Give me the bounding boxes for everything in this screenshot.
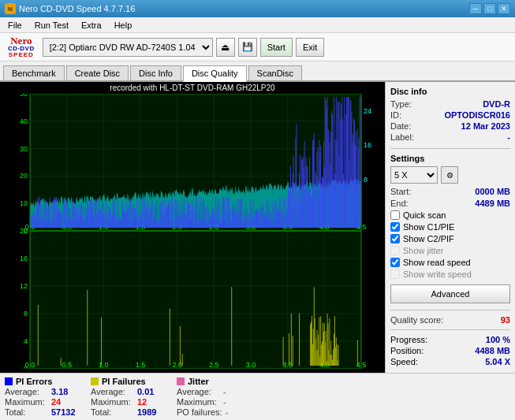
position-value: 4488 MB <box>475 346 510 355</box>
type-label: Type: <box>390 99 412 109</box>
settings-section: Settings 5 X ⚙ Start: 0000 MB End: 4489 … <box>390 154 510 303</box>
pi-failures-color <box>91 377 99 385</box>
right-panel: Disc info Type: DVD-R ID: OPTODISCR016 D… <box>385 82 515 373</box>
pi-errors-total-label: Total: <box>5 407 48 417</box>
tab-scan-disc[interactable]: ScanDisc <box>248 65 302 80</box>
app-title: Nero CD-DVD Speed 4.7.7.16 <box>19 4 135 13</box>
pi-failures-total-value: 1989 <box>137 407 169 417</box>
settings-title: Settings <box>390 154 510 163</box>
quality-score-value: 93 <box>501 315 510 325</box>
speed-row: Speed: 5.04 X <box>390 357 510 366</box>
tab-disc-info[interactable]: Disc Info <box>130 65 181 80</box>
jitter-po-label: PO failures: <box>177 407 222 417</box>
disc-info-title: Disc info <box>390 87 510 96</box>
show-c1pie-row: Show C1/PIE <box>390 222 510 232</box>
chart-canvas <box>0 94 385 369</box>
speed-select[interactable]: 5 X <box>390 166 438 184</box>
end-value: 4489 MB <box>475 199 510 208</box>
pi-errors-avg-value: 3.18 <box>51 387 83 396</box>
speed-value: 5.04 X <box>485 357 510 366</box>
show-c1pie-label[interactable]: Show C1/PIE <box>403 222 454 232</box>
show-c1pie-checkbox[interactable] <box>390 222 400 232</box>
pi-errors-avg-label: Average: <box>5 387 48 396</box>
stats-footer: PI Errors Average: 3.18 Maximum: 24 Tota… <box>0 373 515 420</box>
pi-errors-max-value: 24 <box>51 397 83 407</box>
chart-area: recorded with HL-DT-ST DVD-RAM GH22LP20 <box>0 82 385 373</box>
pi-errors-max-label: Maximum: <box>5 397 48 407</box>
divider-1 <box>390 148 510 149</box>
save-button[interactable]: 💾 <box>238 38 257 57</box>
jitter-po-value: - <box>225 407 256 417</box>
quick-scan-label[interactable]: Quick scan <box>403 210 446 220</box>
show-read-speed-checkbox[interactable] <box>390 258 400 267</box>
id-value: OPTODISCR016 <box>444 110 510 120</box>
pi-errors-header: PI Errors <box>16 377 52 386</box>
settings-icon-button[interactable]: ⚙ <box>441 166 458 184</box>
jitter-group: Jitter Average: - Maximum: - PO failures… <box>177 377 256 417</box>
start-label: Start: <box>390 187 411 196</box>
tab-create-disc[interactable]: Create Disc <box>66 65 129 80</box>
eject-button[interactable]: ⏏ <box>216 38 235 57</box>
app-icon: N <box>5 3 16 14</box>
pi-failures-avg-label: Average: <box>91 387 134 396</box>
pi-errors-group: PI Errors Average: 3.18 Maximum: 24 Tota… <box>5 377 83 417</box>
menu-run-test[interactable]: Run Test <box>28 19 75 32</box>
menu-help[interactable]: Help <box>108 19 139 32</box>
minimize-button[interactable]: ─ <box>469 3 482 14</box>
toolbar: Nero CD·DVD SPEED [2:2] Optiarc DVD RW A… <box>0 33 515 61</box>
show-write-speed-label[interactable]: Show write speed <box>403 269 472 279</box>
pi-failures-max-value: 12 <box>137 397 169 407</box>
menu-file[interactable]: File <box>2 19 28 32</box>
show-jitter-row: Show jitter <box>390 246 510 255</box>
drive-select[interactable]: [2:2] Optiarc DVD RW AD-7240S 1.04 <box>43 38 213 57</box>
jitter-max-label: Maximum: <box>177 397 220 407</box>
quick-scan-checkbox[interactable] <box>390 210 400 220</box>
show-read-speed-row: Show read speed <box>390 258 510 267</box>
quality-score-row: Quality score: 93 <box>390 315 510 325</box>
show-c2pif-label[interactable]: Show C2/PIF <box>403 234 454 243</box>
chart-title: recorded with HL-DT-ST DVD-RAM GH22LP20 <box>0 82 385 94</box>
jitter-header: Jitter <box>188 377 209 386</box>
tab-disc-quality[interactable]: Disc Quality <box>183 65 247 82</box>
quick-scan-row: Quick scan <box>390 210 510 220</box>
show-write-speed-row: Show write speed <box>390 269 510 279</box>
pi-failures-group: PI Failures Average: 0.01 Maximum: 12 To… <box>91 377 169 417</box>
jitter-max-value: - <box>223 397 255 407</box>
app-logo: Nero CD·DVD SPEED <box>3 35 39 58</box>
show-c2pif-row: Show C2/PIF <box>390 234 510 243</box>
show-jitter-label[interactable]: Show jitter <box>403 246 443 255</box>
exit-button[interactable]: Exit <box>296 38 324 57</box>
progress-value: 100 % <box>486 335 510 344</box>
close-button[interactable]: ✕ <box>498 3 510 14</box>
advanced-button[interactable]: Advanced <box>390 284 510 303</box>
divider-2 <box>390 310 510 310</box>
jitter-color <box>177 377 185 385</box>
pi-errors-color <box>5 377 13 385</box>
menu-extra[interactable]: Extra <box>75 19 108 32</box>
pi-failures-avg-value: 0.01 <box>137 387 169 396</box>
type-value: DVD-R <box>483 99 510 109</box>
pi-failures-header: PI Failures <box>102 377 146 386</box>
end-label: End: <box>390 199 409 208</box>
speed-label: Speed: <box>390 357 418 366</box>
show-read-speed-label[interactable]: Show read speed <box>403 258 471 267</box>
date-value: 12 Mar 2023 <box>461 121 510 131</box>
jitter-avg-value: - <box>223 387 255 396</box>
pi-failures-total-label: Total: <box>91 407 134 417</box>
maximize-button[interactable]: □ <box>483 3 496 14</box>
disc-label-value: - <box>507 132 510 142</box>
progress-label: Progress: <box>390 335 427 344</box>
show-jitter-checkbox[interactable] <box>390 246 400 255</box>
show-write-speed-checkbox[interactable] <box>390 269 400 279</box>
tab-benchmark[interactable]: Benchmark <box>3 65 65 80</box>
start-button[interactable]: Start <box>260 38 293 57</box>
menu-bar: File Run Test Extra Help <box>0 17 515 33</box>
tab-bar: Benchmark Create Disc Disc Info Disc Qua… <box>0 61 515 82</box>
pi-failures-max-label: Maximum: <box>91 397 134 407</box>
disc-label-label: Label: <box>390 132 414 142</box>
date-label: Date: <box>390 121 411 131</box>
position-label: Position: <box>390 346 424 355</box>
position-row: Position: 4488 MB <box>390 346 510 355</box>
divider-3 <box>390 329 510 330</box>
show-c2pif-checkbox[interactable] <box>390 234 400 243</box>
